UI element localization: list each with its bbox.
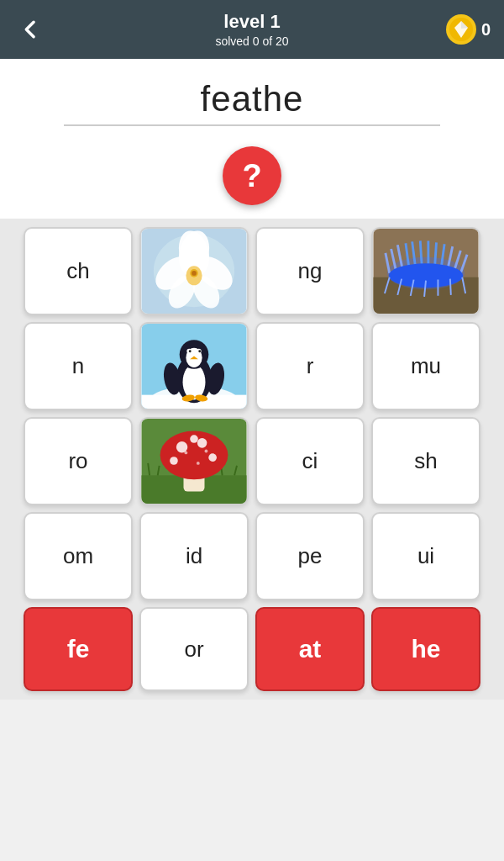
svg-point-65 (170, 457, 178, 465)
coin-count: 0 (481, 20, 491, 40)
header-center: level 1 solved 0 of 20 (215, 11, 288, 48)
tile-he[interactable]: he (371, 607, 480, 691)
bottom-row: fe or at he (10, 607, 494, 691)
svg-point-69 (197, 462, 200, 465)
tile-at[interactable]: at (255, 607, 365, 691)
svg-line-23 (420, 240, 422, 266)
tile-om[interactable]: om (24, 512, 133, 600)
word-display: feathe (17, 79, 487, 119)
coin-icon (446, 14, 476, 45)
tile-ro[interactable]: ro (24, 417, 133, 505)
tile-fuzzy[interactable] (371, 227, 480, 315)
svg-line-36 (450, 279, 451, 295)
svg-point-62 (176, 441, 187, 452)
header: level 1 solved 0 of 20 0 (0, 0, 504, 59)
tile-ng[interactable]: ng (255, 227, 365, 315)
hint-button[interactable]: ? (223, 146, 281, 205)
svg-point-66 (190, 435, 198, 443)
svg-point-67 (184, 451, 187, 454)
word-area: feathe (0, 59, 504, 136)
svg-point-48 (198, 350, 201, 352)
grid-row-3: ro (10, 417, 494, 505)
svg-line-25 (435, 242, 437, 267)
tile-pe[interactable]: pe (255, 512, 365, 600)
svg-point-14 (192, 271, 197, 276)
svg-point-63 (197, 438, 207, 448)
tile-orchid[interactable] (139, 227, 249, 315)
coins-display: 0 (446, 14, 491, 45)
solved-text: solved 0 of 20 (215, 34, 288, 48)
tile-penguin[interactable] (139, 322, 249, 410)
back-button[interactable] (13, 13, 47, 46)
tile-mu[interactable]: mu (371, 322, 480, 410)
grid-row-4: om id pe ui (10, 512, 494, 600)
tile-mushroom[interactable] (139, 417, 249, 505)
tile-n[interactable]: n (24, 322, 133, 410)
tile-ui[interactable]: ui (371, 512, 480, 600)
tile-ci[interactable]: ci (255, 417, 365, 505)
grid-row-1: ch ng (10, 227, 494, 315)
tile-sh[interactable]: sh (371, 417, 480, 505)
svg-point-68 (205, 450, 208, 453)
grid-area: ch ng (0, 219, 504, 700)
grid-row-2: n (10, 322, 494, 410)
level-title: level 1 (215, 11, 288, 33)
svg-point-42 (183, 364, 206, 399)
word-underline (64, 124, 440, 126)
svg-point-47 (189, 350, 192, 352)
tile-or[interactable]: or (139, 607, 249, 691)
tile-id[interactable]: id (139, 512, 249, 600)
tile-r[interactable]: r (255, 322, 365, 410)
question-area: ? (0, 136, 504, 219)
tile-ch[interactable]: ch (24, 227, 133, 315)
svg-point-64 (208, 453, 217, 462)
tile-fe[interactable]: fe (24, 607, 133, 691)
